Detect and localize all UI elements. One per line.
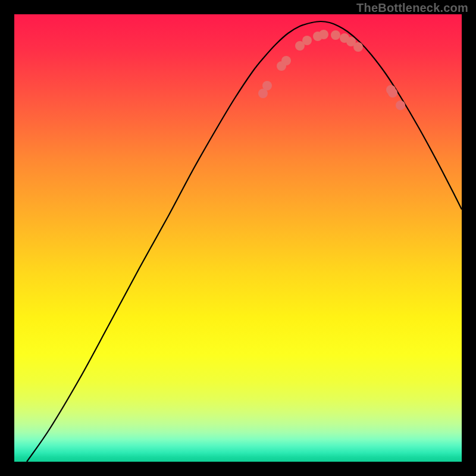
data-marker: [302, 36, 312, 45]
data-marker: [281, 56, 291, 65]
data-marker: [396, 101, 405, 110]
data-marker: [331, 30, 340, 40]
watermark-text: TheBottleneck.com: [356, 1, 468, 15]
data-marker: [262, 81, 272, 90]
data-marker: [388, 88, 397, 98]
chart-svg: [14, 14, 462, 462]
plot-area: [14, 14, 462, 462]
data-marker: [319, 30, 328, 39]
chart-frame: TheBottleneck.com: [0, 0, 476, 476]
bottleneck-curve: [27, 21, 462, 462]
data-marker: [353, 42, 363, 52]
